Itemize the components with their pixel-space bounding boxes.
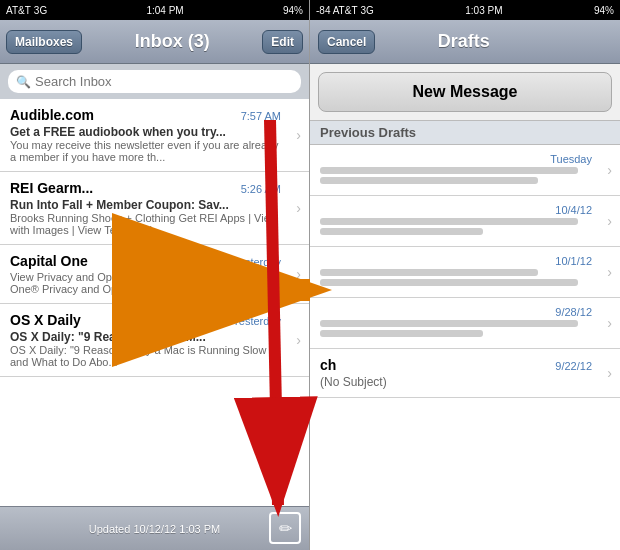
inbox-title: Inbox (3) (135, 31, 210, 52)
email-sender-1: REI Gearm... (10, 180, 93, 196)
draft-item-4[interactable]: ch 9/22/12 (No Subject) › (310, 349, 620, 398)
chevron-icon-0: › (296, 127, 301, 143)
draft-lines-2 (320, 269, 592, 286)
draft-item-2[interactable]: 10/1/12 › (310, 247, 620, 298)
email-time-1: 5:26 AM (241, 183, 281, 195)
right-carrier: -84 AT&T (316, 5, 358, 16)
search-icon: 🔍 (16, 75, 31, 89)
email-subject-1: Run Into Fall + Member Coupon: Sav... (10, 198, 281, 212)
draft-chevron-0: › (607, 162, 612, 178)
compose-icon: ✏ (279, 519, 292, 538)
draft-date-3: 9/28/12 (555, 306, 592, 318)
draft-item-3[interactable]: 9/28/12 › (310, 298, 620, 349)
email-preview-1: Brooks Running Shoes + Clothing Get REI … (10, 212, 281, 236)
right-time: 1:03 PM (465, 5, 502, 16)
draft-chevron-1: › (607, 213, 612, 229)
search-bar: 🔍 (0, 64, 309, 99)
email-preview-3: OS X Daily: "9 Reasons Why a Mac is Runn… (10, 344, 281, 368)
draft-date-1: 10/4/12 (555, 204, 592, 216)
email-sender-3: OS X Daily (10, 312, 81, 328)
email-time-0: 7:57 AM (241, 110, 281, 122)
email-item-3[interactable]: OS X Daily Yesterday OS X Daily: "9 Reas… (0, 304, 309, 377)
right-carrier-info: -84 AT&T 3G (316, 5, 374, 16)
email-sender-2: Capital One (10, 253, 88, 269)
draft-chevron-4: › (607, 365, 612, 381)
email-preview-0: You may receive this newsletter even if … (10, 139, 281, 163)
left-nav-bar: Mailboxes Inbox (3) Edit (0, 20, 309, 64)
compose-button[interactable]: ✏ (269, 512, 301, 544)
new-message-button[interactable]: New Message (318, 72, 612, 112)
email-sender-0: Audible.com (10, 107, 94, 123)
left-battery-info: 94% (283, 5, 303, 16)
email-preview-2: View Privacy and Opt-Out Notice. View th… (10, 271, 281, 295)
search-input[interactable] (35, 74, 293, 89)
draft-date-4: 9/22/12 (555, 360, 592, 372)
search-input-wrap: 🔍 (8, 70, 301, 93)
left-signal: 3G (34, 5, 47, 16)
right-battery-info: 94% (594, 5, 614, 16)
chevron-icon-2: › (296, 266, 301, 282)
draft-lines-0 (320, 167, 592, 184)
left-bottom-bar: Updated 10/12/12 1:03 PM ✏ (0, 506, 309, 550)
draft-date-0: Tuesday (550, 153, 592, 165)
draft-lines-3 (320, 320, 592, 337)
right-battery: 94% (594, 5, 614, 16)
draft-date-2: 10/1/12 (555, 255, 592, 267)
email-subject-0: Get a FREE audiobook when you try... (10, 125, 281, 139)
email-time-3: Yesterday (232, 315, 281, 327)
updated-text: Updated 10/12/12 1:03 PM (89, 523, 220, 535)
email-list: Audible.com 7:57 AM Get a FREE audiobook… (0, 99, 309, 506)
previous-drafts-header: Previous Drafts (310, 120, 620, 145)
draft-subject-4: (No Subject) (320, 375, 592, 389)
draft-chevron-3: › (607, 315, 612, 331)
draft-lines-1 (320, 218, 592, 235)
left-carrier-info: AT&T 3G (6, 5, 47, 16)
draft-chevron-2: › (607, 264, 612, 280)
draft-item-0[interactable]: Tuesday › (310, 145, 620, 196)
left-status-bar: AT&T 3G 1:04 PM 94% (0, 0, 309, 20)
right-panel: -84 AT&T 3G 1:03 PM 94% Cancel Drafts Ne… (310, 0, 620, 550)
left-battery: 94% (283, 5, 303, 16)
email-item-0[interactable]: Audible.com 7:57 AM Get a FREE audiobook… (0, 99, 309, 172)
right-signal: 3G (361, 5, 374, 16)
edit-button[interactable]: Edit (262, 30, 303, 54)
mailboxes-button[interactable]: Mailboxes (6, 30, 82, 54)
email-item-1[interactable]: REI Gearm... 5:26 AM Run Into Fall + Mem… (0, 172, 309, 245)
draft-item-1[interactable]: 10/4/12 › (310, 196, 620, 247)
left-panel: AT&T 3G 1:04 PM 94% Mailboxes Inbox (3) … (0, 0, 310, 550)
right-nav-bar: Cancel Drafts (310, 20, 620, 64)
chevron-icon-3: › (296, 332, 301, 348)
drafts-title: Drafts (375, 31, 552, 52)
right-status-bar: -84 AT&T 3G 1:03 PM 94% (310, 0, 620, 20)
cancel-button[interactable]: Cancel (318, 30, 375, 54)
email-item-2[interactable]: Capital One Yesterday View Privacy and O… (0, 245, 309, 304)
draft-sender-4: ch (320, 357, 336, 373)
draft-list: Tuesday › 10/4/12 › 10/1/12 (310, 145, 620, 550)
left-time: 1:04 PM (146, 5, 183, 16)
left-carrier: AT&T (6, 5, 31, 16)
email-subject-3: OS X Daily: "9 Reasons Why a M... (10, 330, 281, 344)
email-time-2: Yesterday (232, 256, 281, 268)
chevron-icon-1: › (296, 200, 301, 216)
